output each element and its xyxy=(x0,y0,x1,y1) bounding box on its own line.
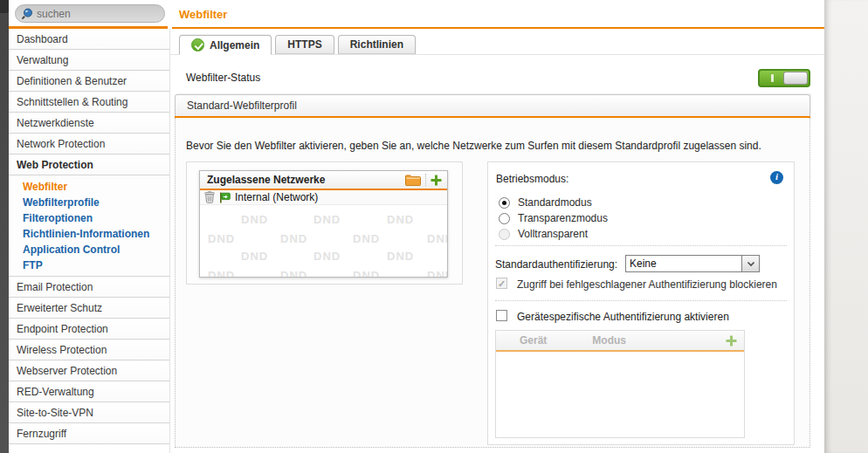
section-intro-text: Bevor Sie den Webfilter aktivieren, gebe… xyxy=(186,140,799,152)
sidebar-subitem-application-control[interactable]: Application Control xyxy=(9,242,169,257)
sidebar-item-fernzugriff[interactable]: Fernzugriff xyxy=(9,423,169,444)
delete-icon[interactable] xyxy=(204,191,215,203)
allowed-networks-box: Zugelassene Netzwerke xyxy=(199,170,448,278)
sidebar-item-erweiterter-schutz[interactable]: Erweiterter Schutz xyxy=(9,298,169,319)
device-auth-checkbox[interactable] xyxy=(496,310,507,321)
sidebar-item-endpoint-protection[interactable]: Endpoint Protection xyxy=(9,319,169,340)
sidebar-subitem-webfilter[interactable]: Webfilter xyxy=(9,179,169,195)
dnd-watermark: DND xyxy=(427,232,448,245)
network-list-item[interactable]: Internal (Network) xyxy=(200,190,447,205)
sidebar-subitem-ftp[interactable]: FTP xyxy=(9,257,169,273)
toggle-on-mark xyxy=(771,74,774,82)
dnd-watermark: DND xyxy=(241,250,268,263)
dotted-divider xyxy=(495,300,787,301)
tab-label: Richtlinien xyxy=(350,38,403,51)
select-dropdown-button[interactable] xyxy=(741,256,759,271)
allowed-networks-title: Zugelassene Netzwerke xyxy=(207,174,405,186)
collapse-strip xyxy=(0,0,9,453)
enabled-check-icon xyxy=(191,38,204,51)
section-title: Standard-Webfilterprofil xyxy=(175,94,810,116)
search-box[interactable] xyxy=(15,4,165,23)
sidebar-item-wireless-protection[interactable]: Wireless Protection xyxy=(9,340,169,360)
tab-richtlinien[interactable]: Richtlinien xyxy=(338,35,416,54)
sidebar-item-verwaltung[interactable]: Verwaltung xyxy=(9,50,169,71)
radio-volltransparent[interactable]: Volltransparent xyxy=(499,228,588,240)
dnd-watermark: DND xyxy=(387,213,414,226)
sidebar-item-definitionen-benutzer[interactable]: Definitionen & Benutzer xyxy=(9,71,169,92)
select-value: Keine xyxy=(626,256,741,271)
dnd-watermark: DND xyxy=(208,232,235,245)
dotted-divider xyxy=(495,245,787,246)
sidebar-item-site-to-site-vpn[interactable]: Site-to-Site-VPN xyxy=(9,402,169,423)
dnd-watermark: DND xyxy=(208,269,235,278)
sidebar-item-email-protection[interactable]: Email Protection xyxy=(9,277,169,298)
dnd-watermark: DND xyxy=(353,232,380,245)
sidebar-item-webserver-protection[interactable]: Webserver Protection xyxy=(9,360,169,381)
webfilter-status-label: Webfilter-Status xyxy=(186,72,260,84)
collapse-strip-cap xyxy=(0,0,9,13)
chevron-down-icon xyxy=(747,261,755,267)
sidebar: Dashboard Verwaltung Definitionen & Benu… xyxy=(9,29,170,453)
tab-https[interactable]: HTTPS xyxy=(275,35,334,54)
dnd-watermark: DND xyxy=(313,213,341,226)
dnd-watermark: DND xyxy=(387,250,414,263)
sidebar-item-schnittstellen-routing[interactable]: Schnittstellen & Routing xyxy=(9,92,169,113)
sidebar-item-red-verwaltung[interactable]: RED-Verwaltung xyxy=(9,381,169,402)
accent-divider-main xyxy=(172,27,824,29)
standard-webfilterprofil-section: Standard-Webfilterprofil Bevor Sie den W… xyxy=(175,94,810,448)
mode-column-header: Modus xyxy=(592,334,626,347)
radio-label: Transparenzmodus xyxy=(518,212,608,224)
dnd-watermark: DND xyxy=(280,269,307,278)
standardauth-label: Standardauthentifizierung: xyxy=(495,258,617,271)
page-margin xyxy=(824,0,868,453)
dnd-watermark: DND xyxy=(280,232,307,245)
device-table: Gerät Modus xyxy=(495,330,745,438)
dnd-watermark: DND xyxy=(353,269,380,278)
radio-button[interactable] xyxy=(499,197,510,209)
tab-label: Allgemein xyxy=(210,39,259,51)
sidebar-item-dashboard[interactable]: Dashboard xyxy=(9,29,169,50)
sidebar-subitem-webfilterprofile[interactable]: Webfilterprofile xyxy=(9,195,169,210)
device-table-header: Gerät Modus xyxy=(496,331,744,352)
sidebar-submenu-web-protection: Webfilter Webfilterprofile Filteroptione… xyxy=(9,175,169,277)
block-auth-checkbox xyxy=(496,278,507,289)
info-icon[interactable] xyxy=(770,171,783,184)
search-input[interactable] xyxy=(37,8,155,20)
page-title: Webfilter xyxy=(179,8,227,21)
tab-label: HTTPS xyxy=(287,38,321,51)
dnd-watermark: DND xyxy=(427,269,448,278)
webfilter-status-toggle[interactable] xyxy=(758,69,810,87)
network-flag-icon xyxy=(219,192,231,203)
tab-allgemein[interactable]: Allgemein xyxy=(179,35,272,55)
tab-bar: Allgemein HTTPS Richtlinien xyxy=(179,35,416,55)
radio-button[interactable] xyxy=(499,229,510,240)
device-column-header: Gerät xyxy=(520,334,547,347)
block-auth-label: Zugriff bei fehlgeschlagener Authentifiz… xyxy=(517,278,777,291)
default-auth-select[interactable]: Keine xyxy=(625,255,760,272)
toggle-knob[interactable] xyxy=(783,72,808,85)
search-icon xyxy=(21,8,33,20)
dnd-watermark: DND xyxy=(241,213,268,226)
radio-transparenzmodus[interactable]: Transparenzmodus xyxy=(499,212,608,224)
radio-standardmodus[interactable]: Standardmodus xyxy=(499,196,592,209)
betriebsmodus-label: Betriebsmodus: xyxy=(496,173,568,185)
network-name: Internal (Network) xyxy=(235,191,318,203)
radio-button[interactable] xyxy=(499,213,510,224)
operation-mode-panel: Betriebsmodus: Standardmodus Transparenz… xyxy=(487,161,795,445)
add-device-icon[interactable] xyxy=(726,335,737,347)
icon-separator xyxy=(425,174,426,186)
sidebar-item-web-protection[interactable]: Web Protection xyxy=(9,154,169,175)
device-auth-label: Gerätespezifische Authentifizierung akti… xyxy=(517,311,729,323)
allowed-networks-header: Zugelassene Netzwerke xyxy=(200,171,447,190)
sidebar-item-netzwerkdienste[interactable]: Netzwerkdienste xyxy=(9,113,169,134)
radio-label: Standardmodus xyxy=(518,196,592,209)
add-network-icon[interactable] xyxy=(431,175,442,186)
sidebar-subitem-richtlinien-informationen[interactable]: Richtlinien-Informationen xyxy=(9,226,169,242)
radio-label: Volltransparent xyxy=(518,228,588,240)
sidebar-item-network-protection[interactable]: Network Protection xyxy=(9,134,169,154)
dnd-watermark: DND xyxy=(313,250,341,263)
sidebar-subitem-filteroptionen[interactable]: Filteroptionen xyxy=(9,210,169,226)
folder-icon[interactable] xyxy=(405,175,421,186)
